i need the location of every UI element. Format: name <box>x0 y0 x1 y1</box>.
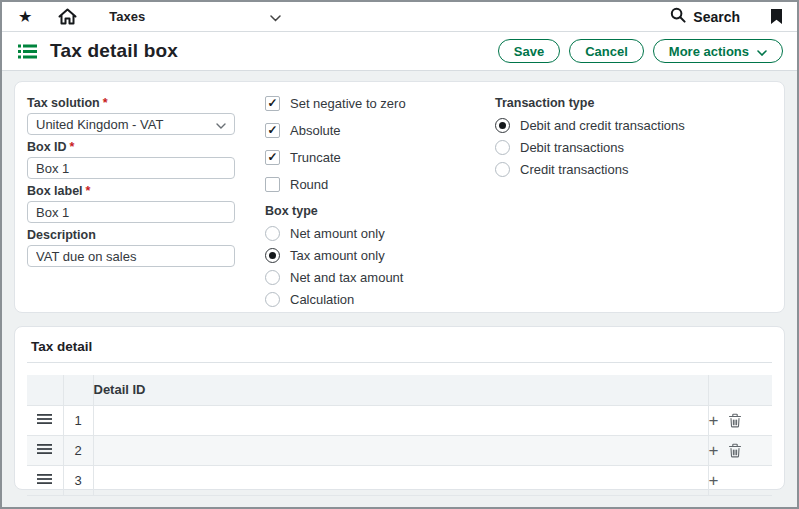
radio-circle[interactable] <box>265 226 280 241</box>
checkbox-truncate[interactable]: ✓ Truncate <box>265 150 465 165</box>
chevron-down-icon <box>216 117 226 132</box>
row-number-column-header <box>63 375 93 405</box>
page-title: Tax detail box <box>50 40 178 62</box>
box-id-label: Box ID* <box>27 140 235 154</box>
chevron-down-icon <box>757 44 767 59</box>
radio-label: Net and tax amount <box>290 270 403 285</box>
box-label-input[interactable] <box>27 201 235 223</box>
description-input[interactable] <box>27 245 235 267</box>
tax-solution-select[interactable]: United Kingdom - VAT <box>27 113 235 135</box>
search-label: Search <box>693 9 740 25</box>
check-icon: ✓ <box>267 124 277 136</box>
checkbox-label: Absolute <box>290 123 341 138</box>
row-actions-cell: + <box>708 405 772 435</box>
add-row-icon[interactable]: + <box>709 412 719 429</box>
cancel-button[interactable]: Cancel <box>569 39 644 63</box>
description-field: Description* <box>27 228 235 267</box>
tax-detail-card: Tax detail Detail ID 1 <box>14 326 785 490</box>
bookmark-icon[interactable] <box>770 8 783 25</box>
radio-circle[interactable] <box>495 118 510 133</box>
drag-handle[interactable] <box>27 465 63 495</box>
form-middle-column: ✓ Set negative to zero ✓ Absolute ✓ Trun… <box>265 96 465 298</box>
table-header-row: Detail ID <box>27 375 772 405</box>
actions-column-header <box>708 375 772 405</box>
radio-circle[interactable] <box>265 248 280 263</box>
description-label: Description* <box>27 228 235 242</box>
page-header: Tax detail box Save Cancel More actions <box>2 32 797 71</box>
checkbox-label: Truncate <box>290 150 341 165</box>
drag-handle[interactable] <box>27 435 63 465</box>
add-row-icon[interactable]: + <box>709 442 719 459</box>
checkbox-label: Set negative to zero <box>290 96 406 111</box>
radio-debit-transactions[interactable]: Debit transactions <box>495 140 685 155</box>
checkbox-absolute[interactable]: ✓ Absolute <box>265 123 465 138</box>
box-id-input[interactable] <box>27 157 235 179</box>
search-button[interactable]: Search <box>670 7 740 27</box>
checkbox-box[interactable]: ✓ <box>265 123 280 138</box>
detail-id-cell[interactable] <box>93 465 708 495</box>
favorites-star-icon[interactable]: ★ <box>18 9 32 25</box>
tax-detail-section-title: Tax detail <box>27 337 772 363</box>
radio-debit-and-credit-transactions[interactable]: Debit and credit transactions <box>495 118 685 133</box>
form-right-column: Transaction type Debit and credit transa… <box>495 96 685 298</box>
tax-solution-value: United Kingdom - VAT <box>36 117 163 132</box>
radio-circle[interactable] <box>495 140 510 155</box>
radio-calculation[interactable]: Calculation <box>265 292 465 307</box>
checkbox-round[interactable]: ✓ Round <box>265 177 465 192</box>
row-actions-cell: + <box>708 465 772 495</box>
required-asterisk: * <box>70 140 75 154</box>
home-icon[interactable] <box>58 8 77 25</box>
check-icon: ✓ <box>267 97 277 109</box>
cancel-button-label: Cancel <box>585 44 628 59</box>
detail-id-cell[interactable] <box>93 405 708 435</box>
checkbox-set-negative-to-zero[interactable]: ✓ Set negative to zero <box>265 96 465 111</box>
app-window: ★ Taxes Search <box>0 0 799 509</box>
form-left-column: Tax solution* United Kingdom - VAT Box I… <box>27 96 235 298</box>
add-row-icon[interactable]: + <box>709 472 719 489</box>
radio-label: Net amount only <box>290 226 385 241</box>
checkbox-box[interactable]: ✓ <box>265 150 280 165</box>
radio-circle[interactable] <box>265 270 280 285</box>
tax-detail-table: Detail ID 1 + <box>27 375 772 496</box>
box-type-heading: Box type <box>265 204 465 218</box>
more-actions-button[interactable]: More actions <box>653 39 783 63</box>
search-icon <box>670 7 686 27</box>
delete-row-icon[interactable] <box>728 413 742 428</box>
radio-label: Tax amount only <box>290 248 385 263</box>
save-button-label: Save <box>514 44 544 59</box>
required-asterisk: * <box>86 184 91 198</box>
checkbox-box[interactable]: ✓ <box>265 177 280 192</box>
content-area: Tax solution* United Kingdom - VAT Box I… <box>2 71 797 500</box>
row-number: 3 <box>63 465 93 495</box>
radio-credit-transactions[interactable]: Credit transactions <box>495 162 685 177</box>
transaction-type-heading: Transaction type <box>495 96 685 110</box>
radio-circle[interactable] <box>495 162 510 177</box>
detail-id-cell[interactable] <box>93 435 708 465</box>
table-row: 3 + <box>27 465 772 495</box>
radio-net-amount-only[interactable]: Net amount only <box>265 226 465 241</box>
check-icon: ✓ <box>267 151 277 163</box>
table-row: 2 + <box>27 435 772 465</box>
top-navigation-bar: ★ Taxes Search <box>2 2 797 32</box>
radio-circle[interactable] <box>265 292 280 307</box>
more-actions-label: More actions <box>669 44 749 59</box>
save-button[interactable]: Save <box>498 39 560 63</box>
radio-dot <box>269 252 276 259</box>
record-list-icon[interactable] <box>18 44 37 59</box>
chevron-down-icon <box>270 8 281 26</box>
checkbox-label: Round <box>290 177 328 192</box>
row-number: 2 <box>63 435 93 465</box>
tax-solution-label: Tax solution* <box>27 96 235 110</box>
radio-tax-amount-only[interactable]: Tax amount only <box>265 248 465 263</box>
tax-solution-field: Tax solution* United Kingdom - VAT <box>27 96 235 135</box>
radio-net-and-tax-amount[interactable]: Net and tax amount <box>265 270 465 285</box>
row-number: 1 <box>63 405 93 435</box>
drag-handle[interactable] <box>27 405 63 435</box>
delete-row-icon[interactable] <box>728 443 742 458</box>
box-label-label: Box label* <box>27 184 235 198</box>
row-actions-cell: + <box>708 435 772 465</box>
module-dropdown[interactable]: Taxes <box>109 8 281 26</box>
radio-label: Debit and credit transactions <box>520 118 685 133</box>
box-id-field: Box ID* <box>27 140 235 179</box>
checkbox-box[interactable]: ✓ <box>265 96 280 111</box>
